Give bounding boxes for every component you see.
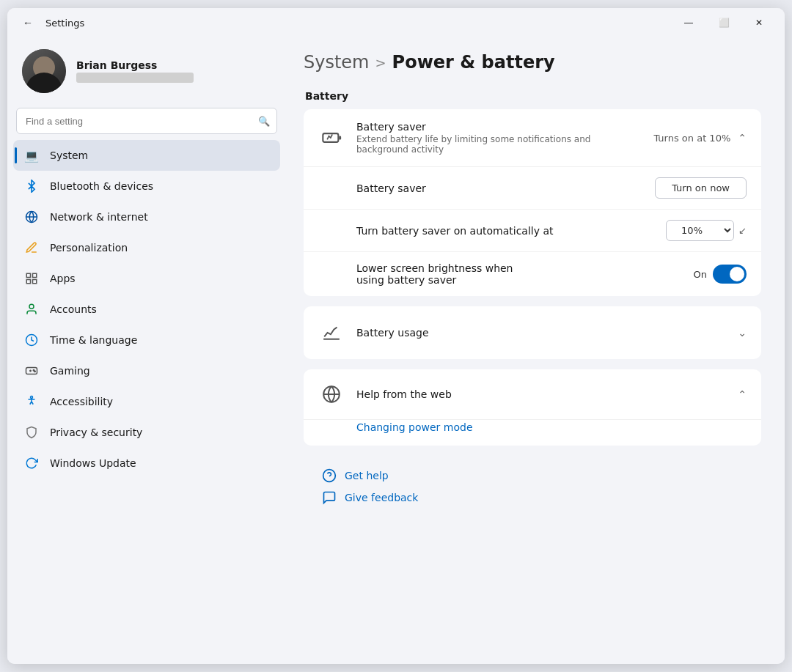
battery-saver-action: Turns on at 10% ⌃ [653, 132, 747, 144]
sidebar-item-accessibility[interactable]: Accessibility [13, 386, 280, 417]
sidebar-item-system[interactable]: 💻 System [13, 140, 280, 171]
sidebar-item-personalization[interactable]: Personalization [13, 232, 280, 263]
search-input[interactable] [16, 108, 277, 134]
sidebar-item-label-system: System [50, 149, 88, 161]
panel-wrapper: System > Power & battery Battery [286, 37, 785, 664]
battery-percent-select[interactable]: Never 5% 10% 15% 20% 25% 30% [666, 220, 734, 241]
settings-window: ← Settings — ⬜ ✕ Brian Burgess [7, 8, 785, 664]
help-icon [318, 381, 345, 407]
sidebar-item-label-accessibility: Accessibility [50, 396, 113, 407]
sidebar-nav: 💻 System Bluetooth & devices Network & i… [13, 140, 280, 479]
brightness-toggle[interactable] [713, 265, 747, 284]
sidebar-item-label-apps: Apps [50, 273, 76, 284]
svg-point-5 [29, 304, 34, 309]
main-content: Brian Burgess 🔍 💻 System [7, 37, 785, 664]
user-info: Brian Burgess [76, 59, 271, 83]
minimize-button[interactable]: — [672, 11, 705, 34]
sidebar-item-privacy[interactable]: Privacy & security [13, 417, 280, 448]
personalization-icon [23, 240, 40, 256]
close-button[interactable]: ✕ [742, 11, 776, 34]
battery-usage-chevron-icon[interactable]: ⌄ [738, 327, 747, 339]
battery-brightness-row: Lower screen brightness when using batte… [304, 252, 761, 296]
battery-usage-row[interactable]: Battery usage ⌄ [304, 306, 761, 359]
svg-rect-2 [33, 273, 37, 277]
battery-usage-title: Battery usage [356, 327, 726, 339]
sidebar-item-label-update: Windows Update [50, 457, 136, 469]
user-profile: Brian Burgess [13, 37, 280, 108]
breadcrumb-separator: > [375, 55, 386, 70]
battery-saver-auto-label: Turn battery saver on automatically at [356, 225, 666, 237]
bluetooth-icon [23, 178, 40, 194]
user-email [76, 73, 194, 83]
brightness-toggle-wrap: On [694, 265, 747, 284]
sidebar-item-label-bluetooth: Bluetooth & devices [50, 180, 153, 192]
battery-usage-card: Battery usage ⌄ [304, 306, 761, 359]
time-icon [23, 332, 40, 348]
battery-saver-chevron-icon[interactable]: ⌃ [738, 132, 747, 144]
battery-saver-title: Battery saver [356, 121, 642, 133]
breadcrumb-parent: System [304, 52, 370, 73]
svg-rect-1 [26, 273, 30, 277]
give-feedback-label: Give feedback [345, 492, 418, 503]
battery-brightness-label: Lower screen brightness when using batte… [356, 262, 694, 286]
battery-usage-text: Battery usage [356, 327, 726, 339]
sidebar-item-network[interactable]: Network & internet [13, 202, 280, 232]
get-help-link[interactable]: Get help [321, 468, 738, 484]
give-feedback-icon [321, 490, 337, 506]
sidebar-item-update[interactable]: Windows Update [13, 448, 280, 479]
battery-saver-auto-row: Turn battery saver on automatically at N… [304, 210, 761, 252]
sidebar-item-bluetooth[interactable]: Bluetooth & devices [13, 171, 280, 202]
help-title: Help from the web [356, 388, 726, 400]
get-help-label: Get help [345, 470, 389, 481]
titlebar: ← Settings — ⬜ ✕ [7, 8, 785, 37]
cursor-indicator: ↙ [738, 225, 747, 236]
maximize-button[interactable]: ⬜ [707, 11, 741, 34]
titlebar-controls: — ⬜ ✕ [672, 11, 776, 34]
battery-saver-icon [318, 125, 345, 151]
network-icon [23, 209, 40, 225]
user-name: Brian Burgess [76, 59, 271, 71]
accounts-icon [23, 301, 40, 317]
sidebar-item-label-gaming: Gaming [50, 365, 90, 377]
changing-power-mode-link[interactable]: Changing power mode [356, 421, 473, 433]
battery-usage-action: ⌄ [738, 327, 747, 339]
apps-icon [23, 270, 40, 287]
svg-rect-3 [26, 280, 30, 284]
system-icon: 💻 [23, 147, 40, 163]
svg-rect-4 [33, 280, 37, 284]
breadcrumb: System > Power & battery [304, 52, 761, 73]
sidebar-item-time[interactable]: Time & language [13, 325, 280, 355]
give-feedback-link[interactable]: Give feedback [321, 490, 738, 506]
avatar [22, 49, 66, 93]
sidebar: Brian Burgess 🔍 💻 System [7, 37, 286, 664]
avatar-image [22, 49, 66, 93]
sidebar-item-gaming[interactable]: Gaming [13, 355, 280, 386]
svg-point-11 [34, 371, 36, 372]
battery-saver-card: Battery saver Extend battery life by lim… [304, 109, 761, 296]
battery-saver-header-row[interactable]: Battery saver Extend battery life by lim… [304, 109, 761, 167]
sidebar-item-label-personalization: Personalization [50, 242, 128, 254]
battery-saver-desc: Extend battery life by limiting some not… [356, 134, 642, 155]
brightness-toggle-label: On [694, 269, 707, 280]
help-header[interactable]: Help from the web ⌃ [304, 369, 761, 419]
sidebar-item-accounts[interactable]: Accounts [13, 294, 280, 325]
help-card: Help from the web ⌃ Changing power mode [304, 369, 761, 446]
battery-saver-turn-on-row: Battery saver Turn on now [304, 167, 761, 210]
update-icon [23, 455, 40, 471]
turn-on-now-button[interactable]: Turn on now [655, 177, 747, 199]
get-help-icon [321, 468, 337, 484]
titlebar-title: Settings [45, 18, 84, 29]
battery-section-title: Battery [305, 90, 761, 102]
help-chevron-icon[interactable]: ⌃ [738, 388, 747, 400]
sidebar-item-apps[interactable]: Apps [13, 263, 280, 294]
back-button[interactable]: ← [16, 11, 40, 34]
accessibility-icon [23, 394, 40, 410]
battery-saver-status: Turns on at 10% [653, 133, 730, 144]
search-box: 🔍 [16, 108, 277, 134]
percent-select-wrapper: Never 5% 10% 15% 20% 25% 30% ↙ [666, 220, 747, 241]
privacy-icon [23, 424, 40, 440]
svg-point-12 [31, 396, 33, 399]
footer: Get help Give feedback [304, 456, 761, 517]
sidebar-item-label-network: Network & internet [50, 211, 148, 223]
battery-saver-turn-on-label: Battery saver [356, 182, 655, 194]
